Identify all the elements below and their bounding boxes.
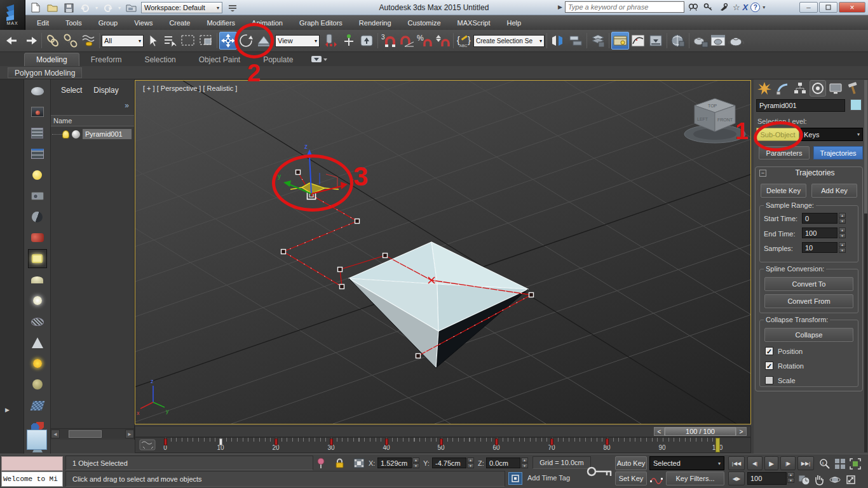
- maxscript-listener[interactable]: Welcome to Mi: [1, 471, 63, 487]
- render-teapot-icon[interactable]: [28, 81, 47, 100]
- menu-graph-editors[interactable]: Graph Editors: [299, 19, 342, 27]
- menu-create[interactable]: Create: [169, 19, 190, 27]
- viewport-canvas[interactable]: z y x TOP LEFT FRONT z x: [135, 81, 750, 424]
- menu-help[interactable]: Help: [507, 19, 522, 27]
- key-frame-20[interactable]: [275, 438, 278, 445]
- menu-edit[interactable]: Edit: [37, 19, 49, 27]
- tab-display-icon[interactable]: [827, 80, 844, 97]
- command-panel-scrollbar[interactable]: [864, 80, 867, 452]
- object-color-swatch[interactable]: [850, 99, 862, 111]
- x-coord-field[interactable]: 1.529cm: [377, 458, 412, 468]
- save-icon[interactable]: [62, 2, 75, 13]
- position-checkbox-row[interactable]: ✓ Position: [765, 347, 803, 355]
- redo-icon[interactable]: [102, 2, 114, 13]
- menu-views[interactable]: Views: [134, 19, 153, 27]
- angle-snap-toggle-icon[interactable]: [398, 32, 416, 50]
- auto-key-button[interactable]: Auto Key: [615, 456, 647, 470]
- ribbon-tab-modeling[interactable]: Modeling: [24, 53, 79, 66]
- explorer-h-scrollbar[interactable]: ◄ ►: [51, 428, 134, 438]
- scale-checkbox-row[interactable]: Scale: [765, 376, 796, 384]
- rollout-header[interactable]: − Trajectories: [756, 167, 862, 179]
- visibility-bulb-icon[interactable]: [62, 130, 69, 139]
- project-folder-icon[interactable]: [125, 2, 137, 13]
- ribbon-panel-polygon-modeling[interactable]: Polygon Modeling: [8, 67, 82, 78]
- render-production-icon[interactable]: [727, 32, 745, 50]
- help-icon[interactable]: ?: [750, 3, 760, 12]
- samples-field[interactable]: 10: [802, 242, 837, 253]
- z-coord-spinner[interactable]: ▲▼: [521, 458, 528, 468]
- undo-scene-icon[interactable]: [4, 32, 22, 50]
- rendered-frame-icon[interactable]: [28, 102, 47, 121]
- search-icon[interactable]: [687, 1, 700, 13]
- scroll-right-icon[interactable]: ►: [125, 430, 134, 438]
- minimize-button[interactable]: ─: [799, 2, 818, 13]
- sphere-light-icon[interactable]: [28, 291, 47, 310]
- y-coord-field[interactable]: -4.75cm: [432, 458, 466, 468]
- cube-array-icon[interactable]: [28, 396, 47, 415]
- default-in-out-tangent-icon[interactable]: [649, 473, 663, 485]
- key-frame-70[interactable]: [550, 438, 553, 445]
- mirror-icon[interactable]: [549, 32, 567, 50]
- menu-group[interactable]: Group: [98, 19, 118, 27]
- open-mini-curve-editor-icon[interactable]: [139, 439, 156, 452]
- trajectories-tab-button[interactable]: Trajectories: [813, 146, 863, 159]
- named-selection-combo[interactable]: Create Selection Se ▾: [473, 35, 545, 47]
- wire-teapot-icon[interactable]: [28, 312, 47, 331]
- add-time-tag[interactable]: Add Time Tag: [527, 474, 570, 482]
- object-name-field[interactable]: Pyramid001: [756, 99, 845, 112]
- key-frame-80[interactable]: [606, 438, 609, 445]
- curve-editor-icon[interactable]: [629, 32, 647, 50]
- shaded-view-icon[interactable]: [28, 207, 47, 226]
- scroll-left-icon[interactable]: ◄: [51, 430, 60, 438]
- z-coord-field[interactable]: 0.0cm: [486, 458, 520, 468]
- bind-to-space-warp-icon[interactable]: [79, 32, 97, 50]
- light-lister-icon[interactable]: [28, 165, 47, 184]
- area-light-icon[interactable]: [28, 249, 47, 268]
- search-collapse-icon[interactable]: ▶: [558, 4, 562, 10]
- scale-checkbox[interactable]: [765, 376, 773, 384]
- collapse-button[interactable]: Collapse: [764, 328, 853, 342]
- play-animation-button[interactable]: ▶: [764, 456, 778, 470]
- ribbon-tab-object-paint[interactable]: Object Paint: [187, 53, 252, 66]
- unlink-selection-icon[interactable]: [62, 32, 79, 50]
- rectangular-selection-region-icon[interactable]: [179, 32, 197, 50]
- time-configuration-icon[interactable]: [797, 473, 810, 487]
- spinner-snap-toggle-icon[interactable]: [433, 32, 451, 50]
- edit-named-selection-sets-icon[interactable]: {}ABC: [456, 32, 473, 50]
- sign-in-key-icon[interactable]: [702, 1, 715, 13]
- menu-tools[interactable]: Tools: [65, 19, 82, 27]
- key-frame-40[interactable]: [385, 438, 388, 445]
- position-checkbox[interactable]: ✓: [765, 347, 773, 355]
- exchange-icon[interactable]: X: [743, 3, 749, 12]
- current-frame-indicator[interactable]: [715, 438, 720, 452]
- start-time-spinner[interactable]: ▲▼: [839, 213, 846, 224]
- keyboard-shortcut-override-icon[interactable]: [358, 32, 376, 50]
- key-frame-0[interactable]: [164, 438, 167, 445]
- tab-utilities-icon[interactable]: [845, 80, 862, 97]
- previous-frame-button[interactable]: ◀|: [747, 456, 763, 470]
- y-coord-spinner[interactable]: ▲▼: [467, 458, 474, 468]
- listener-panel-icon[interactable]: [27, 430, 47, 450]
- rendered-frame-window-icon[interactable]: [709, 32, 727, 50]
- maximize-viewport-toggle-icon[interactable]: [845, 474, 857, 487]
- material-editor-icon[interactable]: [669, 32, 687, 50]
- end-time-spinner[interactable]: ▲▼: [839, 227, 846, 238]
- x-coord-spinner[interactable]: ▲▼: [412, 458, 419, 468]
- reference-coordinate-combo[interactable]: View ▾: [275, 35, 320, 47]
- isolate-selection-toggle-icon[interactable]: [508, 472, 522, 485]
- close-button[interactable]: ×: [839, 2, 865, 13]
- sun-light-icon[interactable]: [28, 354, 47, 373]
- max-logo[interactable]: MAX: [0, 0, 25, 30]
- favorites-star-icon[interactable]: ☆: [733, 3, 740, 12]
- stereo-camera-icon[interactable]: [28, 228, 47, 247]
- ambient-sphere-icon[interactable]: [28, 375, 47, 394]
- redo-scene-icon[interactable]: [22, 32, 39, 50]
- list-panel-icon[interactable]: [28, 123, 47, 142]
- explorer-menu-select[interactable]: Select: [61, 86, 82, 95]
- ribbon-tab-selection[interactable]: Selection: [133, 53, 187, 66]
- snaps-toggle-icon[interactable]: 3: [380, 32, 398, 50]
- viewcube-front-label[interactable]: FRONT: [717, 118, 733, 122]
- undo-dropdown-icon[interactable]: ▾: [95, 5, 98, 11]
- redo-dropdown-icon[interactable]: ▾: [118, 5, 121, 11]
- time-slider-handle[interactable]: 100 / 100: [665, 427, 736, 436]
